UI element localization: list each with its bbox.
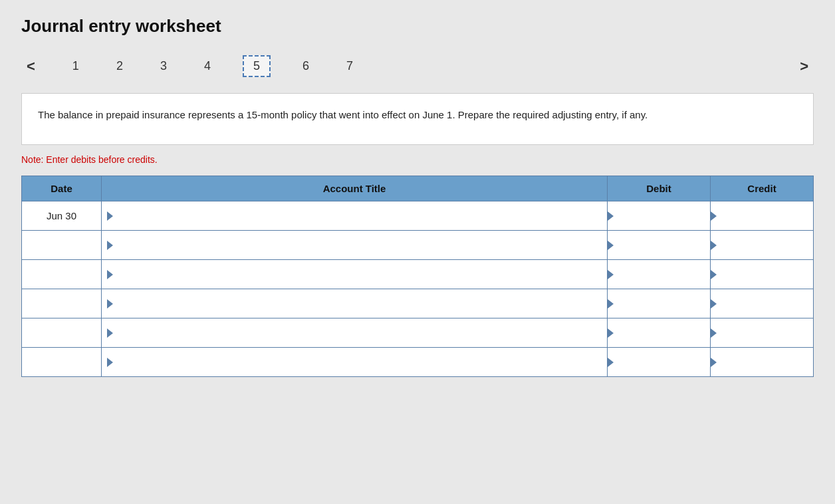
triangle-debit-icon	[608, 211, 614, 221]
nav-page-6[interactable]: 6	[297, 57, 314, 76]
debit-cell-2[interactable]	[608, 260, 711, 289]
navigation-bar: < 1 2 3 4 5 6 7 >	[21, 50, 814, 82]
debit-input-3[interactable]	[613, 289, 705, 318]
debit-cell-5[interactable]	[608, 348, 711, 377]
credit-cell-5[interactable]	[711, 348, 814, 377]
header-date: Date	[22, 176, 102, 201]
debit-cell-3[interactable]	[608, 289, 711, 318]
credit-input-2[interactable]	[716, 260, 808, 289]
description-box: The balance in prepaid insurance represe…	[21, 93, 814, 145]
debit-input-2[interactable]	[613, 260, 705, 289]
triangle-marker-icon	[107, 328, 113, 338]
table-row	[22, 260, 814, 289]
credit-cell-1[interactable]	[711, 231, 814, 260]
triangle-credit-icon	[711, 358, 717, 367]
triangle-debit-icon	[608, 328, 614, 338]
triangle-marker-icon	[107, 358, 113, 367]
debit-cell-1[interactable]	[608, 231, 711, 260]
credit-input-0[interactable]	[716, 201, 808, 230]
debit-input-4[interactable]	[613, 318, 705, 347]
debit-input-0[interactable]	[613, 201, 705, 230]
date-cell-4	[22, 318, 102, 348]
account-input-3[interactable]	[116, 299, 602, 309]
header-debit: Debit	[608, 176, 711, 201]
triangle-credit-icon	[711, 241, 717, 250]
debit-input-5[interactable]	[613, 348, 705, 376]
account-input-2[interactable]	[116, 269, 602, 280]
triangle-marker-icon	[107, 299, 113, 309]
account-cell-1[interactable]	[102, 231, 608, 260]
account-input-0[interactable]	[116, 211, 602, 221]
table-row	[22, 289, 814, 318]
triangle-debit-icon	[608, 241, 614, 250]
triangle-credit-icon	[711, 211, 717, 221]
credit-input-5[interactable]	[716, 348, 808, 376]
credit-cell-0[interactable]	[711, 201, 814, 231]
nav-page-5[interactable]: 5	[243, 55, 271, 77]
nav-page-4[interactable]: 4	[199, 57, 216, 76]
triangle-marker-icon	[107, 211, 113, 221]
date-cell-3	[22, 289, 102, 318]
header-account: Account Title	[102, 176, 608, 201]
nav-page-3[interactable]: 3	[155, 57, 172, 76]
account-cell-2[interactable]	[102, 260, 608, 289]
journal-table: Date Account Title Debit Credit Jun 30	[21, 176, 814, 377]
credit-input-3[interactable]	[716, 289, 808, 318]
page-title: Journal entry worksheet	[21, 16, 814, 37]
triangle-credit-icon	[711, 270, 717, 279]
date-cell-5	[22, 348, 102, 377]
account-input-5[interactable]	[116, 357, 602, 368]
credit-cell-4[interactable]	[711, 318, 814, 348]
credit-cell-3[interactable]	[711, 289, 814, 318]
account-cell-3[interactable]	[102, 289, 608, 318]
table-row: Jun 30	[22, 201, 814, 231]
account-input-4[interactable]	[116, 328, 602, 338]
table-header-row: Date Account Title Debit Credit	[22, 176, 814, 201]
triangle-debit-icon	[608, 270, 614, 279]
table-row	[22, 231, 814, 260]
triangle-marker-icon	[107, 270, 113, 279]
prev-button[interactable]: <	[21, 57, 41, 76]
account-cell-0[interactable]	[102, 201, 608, 231]
debit-cell-4[interactable]	[608, 318, 711, 348]
nav-page-2[interactable]: 2	[111, 57, 128, 76]
account-input-1[interactable]	[116, 240, 602, 251]
triangle-credit-icon	[711, 299, 717, 309]
date-cell-0: Jun 30	[22, 201, 102, 231]
account-cell-4[interactable]	[102, 318, 608, 348]
table-row	[22, 318, 814, 348]
table-row	[22, 348, 814, 377]
credit-input-1[interactable]	[716, 231, 808, 259]
debit-input-1[interactable]	[613, 231, 705, 259]
note-text: Note: Enter debits before credits.	[21, 154, 814, 165]
date-cell-2	[22, 260, 102, 289]
nav-page-1[interactable]: 1	[67, 57, 84, 76]
credit-input-4[interactable]	[716, 318, 808, 347]
next-button[interactable]: >	[794, 57, 814, 76]
triangle-credit-icon	[711, 328, 717, 338]
triangle-debit-icon	[608, 299, 614, 309]
account-cell-5[interactable]	[102, 348, 608, 377]
date-cell-1	[22, 231, 102, 260]
debit-cell-0[interactable]	[608, 201, 711, 231]
nav-page-7[interactable]: 7	[341, 57, 358, 76]
triangle-marker-icon	[107, 241, 113, 250]
header-credit: Credit	[711, 176, 814, 201]
triangle-debit-icon	[608, 358, 614, 367]
credit-cell-2[interactable]	[711, 260, 814, 289]
description-text: The balance in prepaid insurance represe…	[38, 109, 648, 120]
